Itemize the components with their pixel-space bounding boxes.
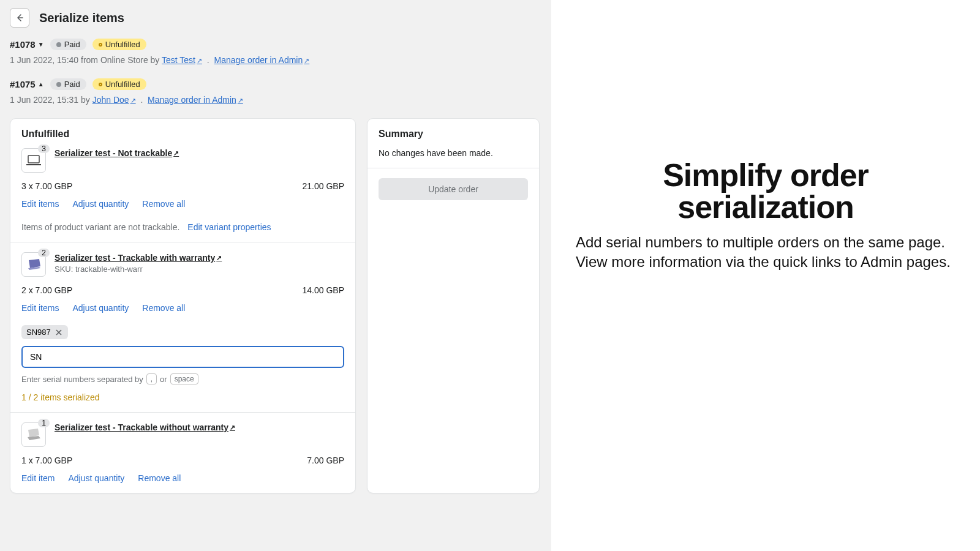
order-number: #1078 ▼ xyxy=(10,39,44,50)
product-title-link[interactable]: Serializer test - Trackable without warr… xyxy=(55,422,235,432)
external-icon: ↗ xyxy=(304,57,309,64)
svg-rect-0 xyxy=(28,156,39,163)
back-button[interactable] xyxy=(10,8,29,28)
external-icon: ↗ xyxy=(216,254,222,262)
external-icon: ↗ xyxy=(230,424,235,432)
status-badge-unfulfilled: Unfulfilled xyxy=(92,39,146,50)
dot-icon xyxy=(56,82,61,87)
serial-hint: Enter serial numbers separated by , or s… xyxy=(21,373,344,384)
remove-all-button[interactable]: Remove all xyxy=(138,473,181,483)
remove-all-button[interactable]: Remove all xyxy=(142,303,185,313)
external-icon: ↗ xyxy=(173,149,179,157)
order-content: Unfulfilled 3 Serializer test - Not trac… xyxy=(10,118,541,493)
marketing-panel: Simplify order serialization Add serial … xyxy=(551,0,980,551)
line-total: 7.00 GBP xyxy=(307,455,344,465)
remove-tag-button[interactable] xyxy=(55,328,63,337)
unfulfilled-card: Unfulfilled 3 Serializer test - Not trac… xyxy=(10,118,356,493)
dot-icon xyxy=(99,83,102,86)
author-link[interactable]: John Doe↗ xyxy=(92,95,136,105)
divider xyxy=(368,168,539,168)
adjust-quantity-button[interactable]: Adjust quantity xyxy=(72,303,129,313)
laptop-icon xyxy=(26,258,42,271)
summary-card: Summary No changes have been made. Updat… xyxy=(367,118,540,493)
chevron-down-icon: ▼ xyxy=(38,41,44,48)
status-badge-paid: Paid xyxy=(50,39,86,50)
order-header-1078[interactable]: #1078 ▼ Paid Unfulfilled xyxy=(10,39,541,50)
order-meta: 1 Jun 2022, 15:40 from Online Store by T… xyxy=(10,55,541,65)
qty-badge: 3 xyxy=(38,144,50,153)
summary-message: No changes have been made. xyxy=(379,148,528,168)
product-thumbnail[interactable]: 1 xyxy=(21,422,46,447)
price-row: 1 x 7.00 GBP 7.00 GBP xyxy=(21,455,344,465)
edit-item-button[interactable]: Edit item xyxy=(21,473,55,483)
line-item: 1 Serializer test - Trackable without wa… xyxy=(10,412,355,493)
line-total: 14.00 GBP xyxy=(303,285,345,295)
manage-order-link[interactable]: Manage order in Admin↗ xyxy=(214,55,309,65)
kbd-comma: , xyxy=(146,373,157,384)
price-row: 2 x 7.00 GBP 14.00 GBP xyxy=(21,285,344,295)
product-thumbnail[interactable]: 2 xyxy=(21,252,46,277)
unit-price: 3 x 7.00 GBP xyxy=(21,181,72,191)
laptop-icon xyxy=(26,154,42,167)
card-title: Unfulfilled xyxy=(21,129,344,140)
close-icon xyxy=(56,329,62,335)
svg-marker-1 xyxy=(29,259,40,268)
product-thumbnail[interactable]: 3 xyxy=(21,148,46,173)
line-total: 21.00 GBP xyxy=(303,181,345,191)
page-header: Serialize items xyxy=(10,8,541,28)
qty-badge: 1 xyxy=(38,419,50,427)
external-icon: ↗ xyxy=(197,57,202,64)
svg-marker-3 xyxy=(28,429,39,437)
marketing-headline: Simplify order serialization xyxy=(576,159,956,223)
chevron-up-icon: ▲ xyxy=(38,81,44,88)
laptop-icon xyxy=(26,428,42,441)
remove-all-button[interactable]: Remove all xyxy=(142,199,185,209)
kbd-space: space xyxy=(170,373,198,384)
serial-number-input[interactable] xyxy=(21,346,344,368)
unit-price: 1 x 7.00 GBP xyxy=(21,455,72,465)
update-order-button[interactable]: Update order xyxy=(379,178,528,200)
sku-label: SKU: trackable-with-warr xyxy=(55,264,222,274)
edit-items-button[interactable]: Edit items xyxy=(21,199,59,209)
status-badge-unfulfilled: Unfulfilled xyxy=(92,78,146,90)
author-link[interactable]: Test Test↗ xyxy=(162,55,202,65)
line-item: 2 Serializer test - Trackable with warra… xyxy=(10,242,355,412)
product-title-link[interactable]: Serializer test - Trackable with warrant… xyxy=(55,253,222,263)
manage-order-link[interactable]: Manage order in Admin↗ xyxy=(148,95,243,105)
edit-variant-link[interactable]: Edit variant properties xyxy=(187,222,271,232)
price-row: 3 x 7.00 GBP 21.00 GBP xyxy=(21,181,344,191)
line-item: Unfulfilled 3 Serializer test - Not trac… xyxy=(10,119,355,242)
not-trackable-note: Items of product variant are not trackab… xyxy=(21,222,179,232)
dot-icon xyxy=(56,42,61,47)
marketing-subtext: Add serial numbers to multiple orders on… xyxy=(576,233,956,272)
order-header-1075[interactable]: #1075 ▲ Paid Unfulfilled xyxy=(10,78,541,90)
adjust-quantity-button[interactable]: Adjust quantity xyxy=(68,473,124,483)
edit-items-button[interactable]: Edit items xyxy=(21,303,59,313)
qty-badge: 2 xyxy=(38,249,50,257)
unit-price: 2 x 7.00 GBP xyxy=(21,285,72,295)
external-icon: ↗ xyxy=(238,97,243,104)
page-title: Serialize items xyxy=(39,11,124,25)
serialized-count: 1 / 2 items serialized xyxy=(21,392,344,402)
app-panel: Serialize items #1078 ▼ Paid Unfulfilled… xyxy=(0,0,551,551)
order-meta: 1 Jun 2022, 15:31 by John Doe↗ . Manage … xyxy=(10,95,541,105)
status-badge-paid: Paid xyxy=(50,78,86,90)
arrow-left-icon xyxy=(15,13,24,23)
summary-title: Summary xyxy=(379,129,528,140)
serial-tag: SN987 xyxy=(21,325,68,339)
adjust-quantity-button[interactable]: Adjust quantity xyxy=(72,199,129,209)
product-title-link[interactable]: Serializer test - Not trackable↗ xyxy=(55,148,179,158)
dot-icon xyxy=(99,43,102,47)
external-icon: ↗ xyxy=(130,97,136,104)
order-number: #1075 ▲ xyxy=(10,79,44,89)
